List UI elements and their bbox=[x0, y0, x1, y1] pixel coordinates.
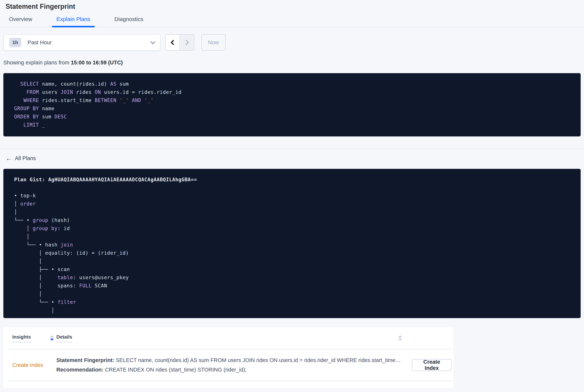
code-line: ├── • scan bbox=[14, 265, 573, 274]
time-nav-group bbox=[165, 34, 194, 51]
sort-descending-icon bbox=[50, 338, 54, 341]
code-line: FROM users JOIN rides ON users.id = ride… bbox=[14, 88, 573, 96]
code-line: └── • group (hash) bbox=[14, 216, 573, 224]
now-button[interactable]: Now bbox=[201, 34, 226, 51]
section-divider bbox=[0, 148, 584, 149]
code-line: │ table: users@users_pkey bbox=[14, 274, 573, 282]
recommendation-line: Recommendation: CREATE INDEX ON rides (s… bbox=[56, 367, 402, 373]
chevron-down-icon bbox=[150, 39, 155, 44]
code-line: SELECT name, count(rides.id) AS sum bbox=[14, 80, 573, 88]
chevron-left-icon bbox=[171, 40, 176, 45]
code-line: GROUP BY name bbox=[14, 104, 573, 112]
showing-prefix: Showing explain plans from bbox=[3, 60, 71, 66]
code-line: WHERE rides.start_time BETWEEN '_' AND '… bbox=[14, 96, 573, 104]
details-cell: Statement Fingerprint: SELECT name, coun… bbox=[56, 357, 412, 373]
code-line: │ bbox=[14, 232, 573, 241]
recommendation-label: Recommendation: bbox=[56, 367, 103, 373]
statement-fingerprint-label: Statement Fingerprint: bbox=[56, 357, 114, 363]
details-header-label[interactable]: Details bbox=[56, 334, 72, 342]
code-line: │ bbox=[14, 290, 573, 298]
recommendation-text: CREATE INDEX ON rides (start_time) STORI… bbox=[103, 367, 247, 373]
insights-column-header: Insights bbox=[12, 334, 56, 342]
plan-gist-line: Plan Gist: AgHUAQIABQAAAAHYAQIAiAEAAAADC… bbox=[14, 176, 573, 184]
code-line: ORDER BY sum DESC bbox=[14, 112, 573, 121]
plan-gist-label: Plan Gist: bbox=[14, 177, 48, 182]
create-index-link[interactable]: Create Index bbox=[12, 362, 43, 368]
tab-overview[interactable]: Overview bbox=[4, 16, 37, 27]
plan-gist-value: AgHUAQIABQAAAAHYAQIAiAEAAAADCQACAgAABQIL… bbox=[48, 177, 197, 182]
statement-fingerprint-line: Statement Fingerprint: SELECT name, coun… bbox=[56, 357, 402, 363]
showing-range-text: Showing explain plans from 15:00 to 16:5… bbox=[3, 60, 581, 66]
code-line: │ bbox=[14, 208, 573, 216]
insights-sort-control[interactable] bbox=[50, 335, 54, 341]
all-plans-label: All Plans bbox=[15, 155, 36, 162]
all-plans-link[interactable]: ← All Plans bbox=[5, 155, 36, 162]
page-title: Statement Fingerprint bbox=[0, 0, 584, 10]
details-sort-control[interactable] bbox=[398, 335, 402, 341]
tab-diagnostics[interactable]: Diagnostics bbox=[110, 16, 148, 27]
code-line: │ bbox=[14, 306, 573, 314]
insights-header-label[interactable]: Insights bbox=[12, 334, 31, 342]
insight-cell: Create Index bbox=[12, 362, 56, 368]
code-line: │ equality: (id) = (rider_id) bbox=[14, 249, 573, 257]
code-line: │ order bbox=[14, 200, 573, 208]
sql-statement-block: SELECT name, count(rides.id) AS sum FROM… bbox=[3, 73, 581, 136]
chevron-right-icon bbox=[183, 40, 189, 45]
statement-fingerprint-text: SELECT name, count(rides.id) AS sum FROM… bbox=[114, 357, 402, 363]
next-interval-button[interactable] bbox=[180, 34, 194, 50]
action-cell: Create Index bbox=[412, 359, 452, 371]
sort-ascending-icon bbox=[50, 335, 54, 338]
tab-explain-plans[interactable]: Explain Plans bbox=[52, 16, 95, 27]
time-range-badge: 1h bbox=[9, 38, 21, 47]
plan-gist-block: Plan Gist: AgHUAQIABQAAAAHYAQIAiAEAAAADC… bbox=[3, 169, 581, 318]
back-arrow-icon: ← bbox=[5, 155, 12, 162]
code-line: │ spans: FULL SCAN bbox=[14, 282, 573, 290]
tab-bar: Overview Explain Plans Diagnostics bbox=[0, 16, 584, 27]
insights-card: Insights Details Create Index Statement … bbox=[3, 328, 453, 388]
sort-ascending-icon bbox=[398, 335, 402, 338]
plan-tree: • top-k│ order│└── • group (hash) │ grou… bbox=[14, 192, 573, 314]
code-line: │ group by: id bbox=[14, 224, 573, 232]
insights-table-header: Insights Details bbox=[8, 328, 452, 350]
create-index-button[interactable]: Create Index bbox=[412, 359, 452, 371]
code-line: └── • hash join bbox=[14, 241, 573, 249]
time-controls: 1h Past Hour Now bbox=[3, 34, 581, 51]
code-line: • top-k bbox=[14, 192, 573, 200]
sort-descending-icon bbox=[398, 338, 402, 341]
previous-interval-button[interactable] bbox=[166, 34, 180, 50]
table-row: Create Index Statement Fingerprint: SELE… bbox=[8, 350, 452, 381]
code-line: └── • filter bbox=[14, 298, 573, 306]
time-range-label: Past Hour bbox=[27, 40, 151, 46]
details-column-header: Details bbox=[56, 334, 402, 342]
code-line: LIMIT _ bbox=[14, 121, 573, 129]
time-range-select[interactable]: 1h Past Hour bbox=[3, 34, 160, 51]
code-line: │ bbox=[14, 257, 573, 265]
showing-range: 15:00 to 16:59 (UTC) bbox=[71, 60, 123, 66]
